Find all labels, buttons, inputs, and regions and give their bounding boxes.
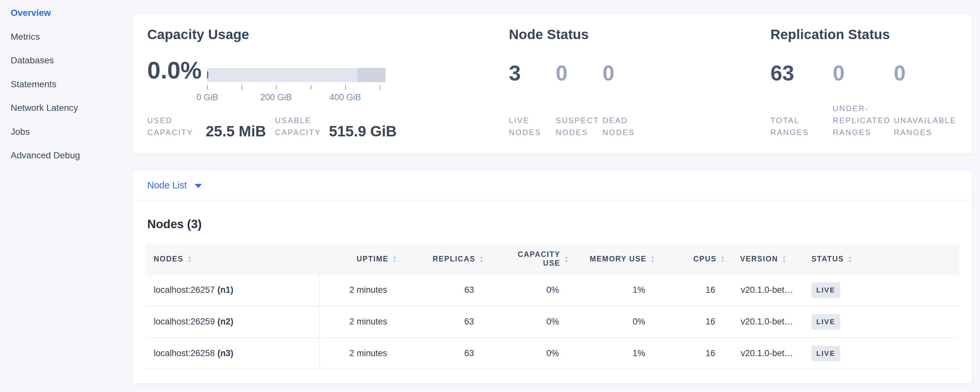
sort-icon: ▲▼ <box>564 255 569 263</box>
suspect-nodes-label: SUSPECT NODES <box>556 115 603 138</box>
unavailable-ranges-label: UNAVAILABLE RANGES <box>894 115 955 138</box>
column-header-version[interactable]: VERSION ▲▼ <box>728 244 804 274</box>
replication-status-title: Replication Status <box>770 27 964 42</box>
live-nodes-label: LIVE NODES <box>509 115 556 138</box>
table-row[interactable]: localhost:26259 (n2) 2 minutes 63 0% 0% … <box>146 306 959 338</box>
axis-label-400gib: 400 GiB <box>329 92 361 102</box>
usable-capacity-value: 515.9 GiB <box>329 123 397 139</box>
used-capacity-marker <box>207 72 208 78</box>
sort-icon: ▲▼ <box>848 255 853 263</box>
used-capacity-value: 25.5 MiB <box>206 123 266 139</box>
node-id: (n2) <box>217 317 234 327</box>
cpus-cell: 16 <box>658 348 728 359</box>
under-replicated-ranges-label: UNDER-REPLICATED RANGES <box>833 102 894 138</box>
sort-icon: ▲▼ <box>187 255 192 263</box>
column-header-capacity-use[interactable]: CAPACITY USE ▲▼ <box>487 244 572 274</box>
sort-icon: ▲▼ <box>479 255 484 263</box>
sort-icon: ▲▼ <box>782 255 787 263</box>
axis-label-200gib: 200 GiB <box>260 92 292 102</box>
version-cell: v20.1.0-bet… <box>728 317 804 327</box>
status-cell: LIVE <box>804 314 959 330</box>
sort-icon: ▲▼ <box>650 255 655 263</box>
capacity-axis-labels: 0 GiB 200 GiB 400 GiB <box>207 92 385 103</box>
table-row[interactable]: localhost:26257 (n1) 2 minutes 63 0% 1% … <box>146 274 959 306</box>
status-badge: LIVE <box>811 314 840 330</box>
column-label: NODES <box>154 255 183 263</box>
column-label: STATUS <box>811 255 844 263</box>
status-cell: LIVE <box>804 282 959 298</box>
suspect-nodes-count: 0 <box>556 62 603 84</box>
column-label: UPTIME <box>356 255 388 263</box>
node-list-dropdown-label: Node List <box>147 180 187 191</box>
sort-icon: ▲▼ <box>392 255 398 263</box>
capacity-bar-other-segment <box>358 68 385 82</box>
memory-use-cell: 1% <box>572 348 658 359</box>
node-id: (n1) <box>217 285 234 295</box>
uptime-cell: 2 minutes <box>320 285 400 295</box>
cluster-summary-card: Capacity Usage 0.0% 0 GiB 200 GiB 400 Gi… <box>132 14 972 154</box>
dead-nodes-count: 0 <box>603 62 649 84</box>
sidebar-item-statements[interactable]: Statements <box>11 79 132 103</box>
node-address: localhost:26259 <box>154 317 215 327</box>
column-header-nodes[interactable]: NODES ▲▼ <box>146 244 320 274</box>
capacity-use-cell: 0% <box>487 317 572 327</box>
node-address: localhost:26257 <box>154 285 215 295</box>
nodes-table-header: NODES ▲▼ UPTIME ▲▼ REPLICAS ▲▼ CAPACITY … <box>146 244 959 274</box>
under-replicated-ranges-count: 0 <box>833 62 894 84</box>
column-header-status[interactable]: STATUS ▲▼ <box>804 244 959 274</box>
cpus-cell: 16 <box>658 285 728 295</box>
memory-use-cell: 1% <box>572 285 658 295</box>
table-row[interactable]: localhost:26258 (n3) 2 minutes 63 0% 1% … <box>146 338 959 370</box>
column-header-cpus[interactable]: CPUS ▲▼ <box>658 244 728 274</box>
column-label: MEMORY USE <box>590 255 646 263</box>
version-cell: v20.1.0-bet… <box>728 348 804 359</box>
memory-use-cell: 0% <box>572 317 658 327</box>
node-status-title: Node Status <box>509 27 754 42</box>
uptime-cell: 2 minutes <box>320 317 400 327</box>
node-status-numbers: 3 0 0 <box>509 62 649 84</box>
sidebar-item-overview[interactable]: Overview <box>11 8 132 32</box>
version-cell: v20.1.0-bet… <box>728 285 804 295</box>
node-list-card: Node List Nodes (3) NODES ▲▼ UPTIME ▲▼ R… <box>132 170 972 384</box>
column-label: CAPACITY USE <box>518 250 560 268</box>
column-label: REPLICAS <box>433 255 475 263</box>
node-address-cell: localhost:26259 (n2) <box>146 306 320 337</box>
node-address: localhost:26258 <box>154 348 215 359</box>
uptime-cell: 2 minutes <box>320 348 400 359</box>
column-label: CPUS <box>693 255 716 263</box>
cpus-cell: 16 <box>658 317 728 327</box>
node-status-section: Node Status 3 0 0 LIVE NODES SUSPECT NOD… <box>509 27 754 139</box>
sidebar-item-databases[interactable]: Databases <box>11 55 132 79</box>
node-address-cell: localhost:26257 (n1) <box>146 274 320 306</box>
usable-capacity-label: USABLE CAPACITY <box>275 115 316 139</box>
capacity-axis-ticks <box>207 85 385 90</box>
node-status-labels: LIVE NODES SUSPECT NODES DEAD NODES <box>509 115 649 138</box>
unavailable-ranges-count: 0 <box>894 62 956 84</box>
column-header-replicas[interactable]: REPLICAS ▲▼ <box>400 244 487 274</box>
sidebar-item-network-latency[interactable]: Network Latency <box>11 103 132 127</box>
node-list-dropdown[interactable]: Node List <box>133 171 972 200</box>
sidebar-item-metrics[interactable]: Metrics <box>11 32 132 56</box>
sidebar: Overview Metrics Databases Statements Ne… <box>0 0 132 392</box>
capacity-used-percent: 0.0% <box>147 59 202 83</box>
column-header-memory-use[interactable]: MEMORY USE ▲▼ <box>572 244 658 274</box>
column-header-uptime[interactable]: UPTIME ▲▼ <box>320 244 400 274</box>
capacity-usage-bar <box>207 68 385 82</box>
sidebar-item-advanced-debug[interactable]: Advanced Debug <box>11 150 132 174</box>
replication-numbers: 63 0 0 <box>770 62 956 84</box>
node-id: (n3) <box>217 348 234 359</box>
replication-labels: TOTAL RANGES UNDER-REPLICATED RANGES UNA… <box>770 102 955 138</box>
replication-status-section: Replication Status 63 0 0 TOTAL RANGES U… <box>770 27 964 139</box>
status-badge: LIVE <box>811 282 840 298</box>
status-cell: LIVE <box>804 346 959 361</box>
status-badge: LIVE <box>811 346 840 361</box>
column-label: VERSION <box>740 255 778 263</box>
capacity-usage-title: Capacity Usage <box>147 27 506 42</box>
node-address-cell: localhost:26258 (n3) <box>146 338 320 369</box>
capacity-use-cell: 0% <box>487 348 572 359</box>
dead-nodes-label: DEAD NODES <box>603 115 649 138</box>
replicas-cell: 63 <box>400 348 487 359</box>
sort-icon: ▲▼ <box>721 255 725 263</box>
sidebar-item-jobs[interactable]: Jobs <box>11 127 132 151</box>
replicas-cell: 63 <box>400 285 487 295</box>
